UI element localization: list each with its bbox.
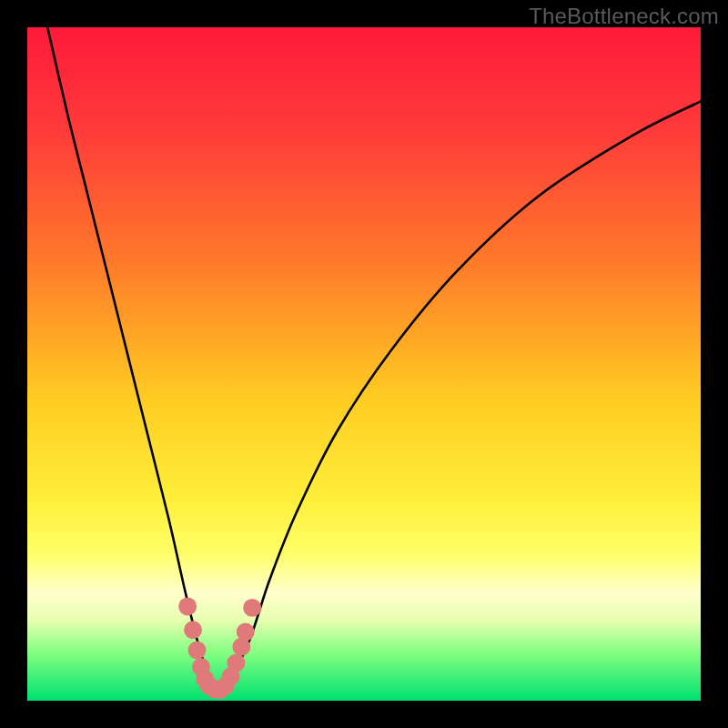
marker-dot: [237, 623, 255, 642]
marker-dot: [184, 621, 202, 639]
plot-area: [27, 27, 701, 701]
curve-layer: [27, 27, 701, 701]
watermark-text: TheBottleneck.com: [529, 4, 719, 29]
highlight-markers: [178, 597, 261, 699]
chart-frame: TheBottleneck.com: [0, 0, 728, 728]
marker-dot: [178, 597, 197, 615]
marker-dot: [243, 599, 261, 617]
marker-dot: [187, 642, 206, 660]
marker-dot: [227, 654, 245, 672]
bottleneck-curve: [47, 27, 701, 691]
